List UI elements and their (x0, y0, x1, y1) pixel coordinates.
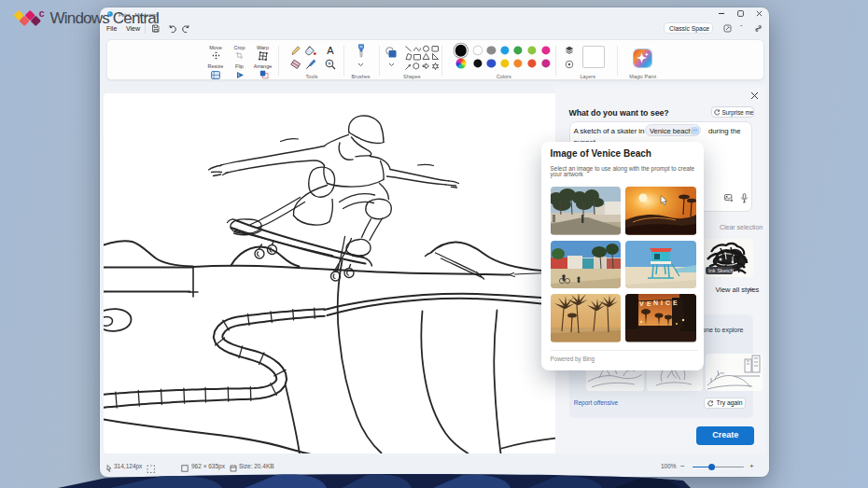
svg-text:c: c (39, 7, 45, 19)
svg-text:E: E (673, 300, 678, 306)
svg-text:I: I (661, 300, 663, 306)
svg-text:A: A (327, 45, 334, 55)
svg-text:C: C (665, 300, 670, 306)
svg-text:N: N (653, 300, 658, 306)
svg-text:E: E (647, 300, 651, 307)
svg-text:V: V (639, 300, 644, 307)
